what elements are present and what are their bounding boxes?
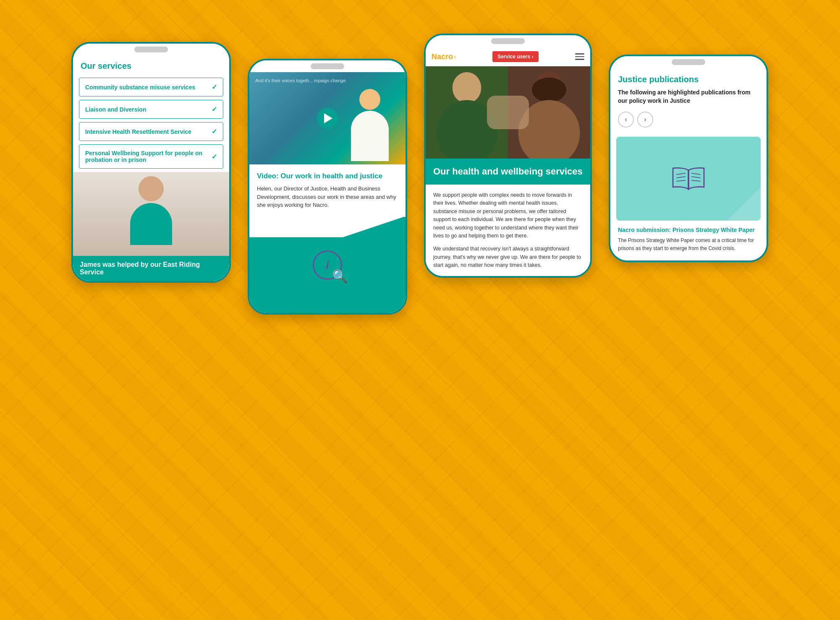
publication-description: The Prisons Strategy White Paper comes a… xyxy=(618,237,759,252)
phone-2-text: Video: Our work in health and justice He… xyxy=(249,164,406,217)
hamburger-line-2 xyxy=(575,56,584,57)
phone-4: Justice publications The following are h… xyxy=(609,55,768,262)
services-header-title: Our services xyxy=(81,61,222,71)
info-icon: i xyxy=(326,258,329,272)
svg-line-9 xyxy=(676,180,686,181)
phone-2: And it's their voices togeth... mpaign c… xyxy=(248,59,407,315)
video-description: Helen, our Director of Justice, Health a… xyxy=(257,185,398,209)
body-paragraph-1: We support people with complex needs to … xyxy=(433,191,583,240)
person-silhouette xyxy=(122,176,181,252)
phone-2-notch xyxy=(249,60,406,72)
hands-area xyxy=(487,96,529,129)
video-overlay: And it's their voices togeth... mpaign c… xyxy=(255,78,347,83)
hero-people xyxy=(426,66,590,159)
svg-line-7 xyxy=(676,173,686,175)
phone-4-subtitle: The following are highlighted publicatio… xyxy=(618,89,759,105)
chevron-icon-1: ✓ xyxy=(212,83,217,91)
chevron-icon-4: ✓ xyxy=(212,153,217,161)
service-users-button[interactable]: Service users › xyxy=(492,51,538,62)
service-item-2-label: Liaison and Diversion xyxy=(85,106,208,113)
video-person-head xyxy=(359,89,380,110)
phone-1-caption: James was helped by our East Riding Serv… xyxy=(73,256,229,281)
svg-point-0 xyxy=(453,72,481,103)
hamburger-menu-icon[interactable] xyxy=(575,53,584,60)
triangle-accent xyxy=(727,187,761,221)
wave-divider xyxy=(249,216,406,237)
phone-2-bottom: i 🔍 Already in one of our services? xyxy=(249,217,406,313)
svg-point-4 xyxy=(532,78,566,102)
service-item-3[interactable]: Intensive Health Resettlement Service ✓ xyxy=(79,122,223,141)
caption-text: James was helped by our East Riding Serv… xyxy=(80,261,222,276)
chevron-icon-3: ✓ xyxy=(212,128,217,135)
video-person-body xyxy=(351,111,389,161)
phone-3: Nacro › Service users › xyxy=(424,34,592,278)
person-body xyxy=(130,203,172,245)
book-section xyxy=(616,137,761,221)
play-button[interactable] xyxy=(317,108,338,129)
hamburger-line-1 xyxy=(575,53,584,55)
phone-1-image xyxy=(73,172,229,256)
phone-1: Our services Community substance misuse … xyxy=(71,42,231,283)
nacro-logo-text: Nacro xyxy=(432,52,453,61)
chevron-icon-2: ✓ xyxy=(212,105,217,113)
prev-arrow-button[interactable]: ‹ xyxy=(618,112,634,128)
person-image xyxy=(73,172,229,256)
service-item-4-label: Personal Wellbeing Support for people on… xyxy=(85,150,208,163)
svg-rect-6 xyxy=(533,104,565,145)
hamburger-line-3 xyxy=(575,59,584,60)
next-arrow-button[interactable]: › xyxy=(637,112,653,128)
phones-container: Our services Community substance misuse … xyxy=(21,25,819,315)
hero-image xyxy=(426,66,590,159)
service-item-1[interactable]: Community substance misuse services ✓ xyxy=(79,78,223,96)
play-icon xyxy=(324,113,332,123)
services-header: Our services xyxy=(73,55,229,74)
publication-text: Nacro submission: Prisons Strategy White… xyxy=(610,221,767,261)
phone-4-header: Justice publications The following are h… xyxy=(610,68,767,137)
service-item-2[interactable]: Liaison and Diversion ✓ xyxy=(79,100,223,119)
phone-1-content: Our services Community substance misuse … xyxy=(73,55,229,281)
publication-title: Nacro submission: Prisons Strategy White… xyxy=(618,227,759,233)
phone-3-nav: Nacro › Service users › xyxy=(426,47,590,66)
svg-line-12 xyxy=(691,180,701,181)
svg-line-8 xyxy=(676,177,686,178)
svg-rect-2 xyxy=(450,104,483,145)
phone-3-notch xyxy=(426,35,590,47)
video-section[interactable]: And it's their voices togeth... mpaign c… xyxy=(249,72,406,164)
nav-arrows: ‹ › xyxy=(618,112,759,128)
nacro-logo[interactable]: Nacro › xyxy=(432,52,456,61)
book-icon xyxy=(670,164,707,193)
service-item-3-label: Intensive Health Resettlement Service xyxy=(85,128,208,135)
person-head xyxy=(139,176,164,201)
phone-3-content-header: Our health and wellbeing services xyxy=(426,159,590,185)
main-title: Our health and wellbeing services xyxy=(433,166,583,177)
phone-4-title: Justice publications xyxy=(618,75,759,84)
video-title: Video: Our work in health and justice xyxy=(257,172,398,180)
svg-line-11 xyxy=(691,177,701,178)
phone-4-notch xyxy=(610,56,767,68)
service-item-1-label: Community substance misuse services xyxy=(85,84,208,91)
info-icon-circle: i 🔍 xyxy=(313,250,342,280)
body-paragraph-2: We understand that recovery isn't always… xyxy=(433,245,583,269)
phone-3-body: We support people with complex needs to … xyxy=(426,185,590,276)
magnifier-icon: 🔍 xyxy=(332,269,348,284)
nacro-chevron-icon: › xyxy=(454,53,456,60)
already-title: Already in one of our services? xyxy=(265,291,390,300)
video-person xyxy=(347,89,393,164)
phone-1-notch xyxy=(73,44,229,55)
svg-line-10 xyxy=(691,173,701,175)
service-item-4[interactable]: Personal Wellbeing Support for people on… xyxy=(79,144,223,169)
